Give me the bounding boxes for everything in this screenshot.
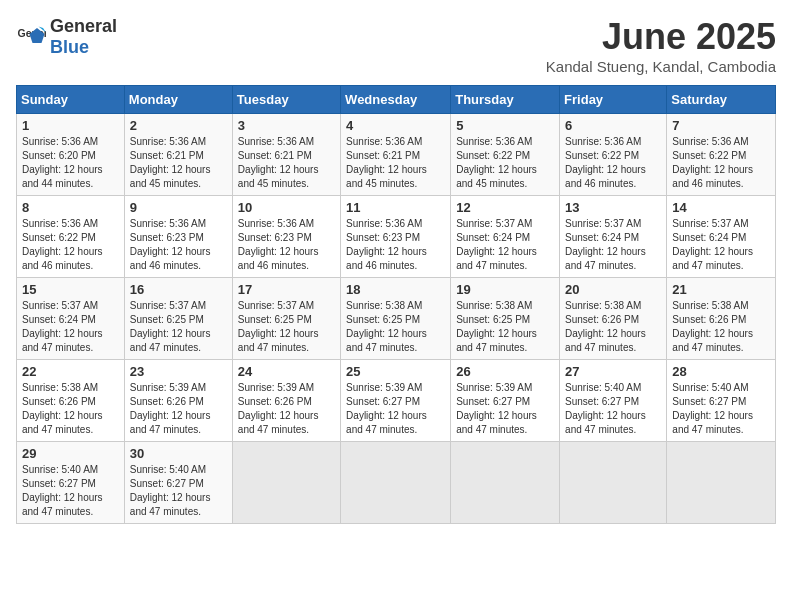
calendar-cell: 23 Sunrise: 5:39 AM Sunset: 6:26 PM Dayl…: [124, 360, 232, 442]
calendar-cell: 28 Sunrise: 5:40 AM Sunset: 6:27 PM Dayl…: [667, 360, 776, 442]
calendar-cell: 29 Sunrise: 5:40 AM Sunset: 6:27 PM Dayl…: [17, 442, 125, 524]
day-info: Sunrise: 5:40 AM Sunset: 6:27 PM Dayligh…: [565, 381, 661, 437]
day-number: 17: [238, 282, 335, 297]
calendar-cell: 6 Sunrise: 5:36 AM Sunset: 6:22 PM Dayli…: [560, 114, 667, 196]
day-number: 1: [22, 118, 119, 133]
calendar-table: SundayMondayTuesdayWednesdayThursdayFrid…: [16, 85, 776, 524]
logo-general: General: [50, 16, 117, 36]
day-number: 12: [456, 200, 554, 215]
day-number: 6: [565, 118, 661, 133]
calendar-cell: 2 Sunrise: 5:36 AM Sunset: 6:21 PM Dayli…: [124, 114, 232, 196]
month-year-title: June 2025: [546, 16, 776, 58]
calendar-cell: 11 Sunrise: 5:36 AM Sunset: 6:23 PM Dayl…: [341, 196, 451, 278]
day-number: 21: [672, 282, 770, 297]
day-info: Sunrise: 5:40 AM Sunset: 6:27 PM Dayligh…: [672, 381, 770, 437]
title-block: June 2025 Kandal Stueng, Kandal, Cambodi…: [546, 16, 776, 75]
calendar-cell: 26 Sunrise: 5:39 AM Sunset: 6:27 PM Dayl…: [451, 360, 560, 442]
calendar-week-row: 22 Sunrise: 5:38 AM Sunset: 6:26 PM Dayl…: [17, 360, 776, 442]
calendar-week-row: 8 Sunrise: 5:36 AM Sunset: 6:22 PM Dayli…: [17, 196, 776, 278]
day-info: Sunrise: 5:39 AM Sunset: 6:27 PM Dayligh…: [456, 381, 554, 437]
day-number: 25: [346, 364, 445, 379]
day-number: 27: [565, 364, 661, 379]
calendar-cell: 21 Sunrise: 5:38 AM Sunset: 6:26 PM Dayl…: [667, 278, 776, 360]
day-number: 4: [346, 118, 445, 133]
day-number: 18: [346, 282, 445, 297]
day-number: 13: [565, 200, 661, 215]
day-number: 23: [130, 364, 227, 379]
calendar-week-row: 15 Sunrise: 5:37 AM Sunset: 6:24 PM Dayl…: [17, 278, 776, 360]
day-number: 9: [130, 200, 227, 215]
day-info: Sunrise: 5:39 AM Sunset: 6:26 PM Dayligh…: [130, 381, 227, 437]
day-info: Sunrise: 5:36 AM Sunset: 6:21 PM Dayligh…: [346, 135, 445, 191]
calendar-cell: 5 Sunrise: 5:36 AM Sunset: 6:22 PM Dayli…: [451, 114, 560, 196]
day-number: 26: [456, 364, 554, 379]
day-number: 2: [130, 118, 227, 133]
calendar-cell: [451, 442, 560, 524]
day-number: 7: [672, 118, 770, 133]
day-info: Sunrise: 5:36 AM Sunset: 6:23 PM Dayligh…: [130, 217, 227, 273]
logo-icon: General: [16, 22, 46, 52]
day-number: 19: [456, 282, 554, 297]
calendar-header-row: SundayMondayTuesdayWednesdayThursdayFrid…: [17, 86, 776, 114]
day-info: Sunrise: 5:36 AM Sunset: 6:23 PM Dayligh…: [346, 217, 445, 273]
day-number: 5: [456, 118, 554, 133]
day-info: Sunrise: 5:38 AM Sunset: 6:26 PM Dayligh…: [565, 299, 661, 355]
day-info: Sunrise: 5:36 AM Sunset: 6:21 PM Dayligh…: [130, 135, 227, 191]
calendar-cell: 8 Sunrise: 5:36 AM Sunset: 6:22 PM Dayli…: [17, 196, 125, 278]
logo-text: General Blue: [50, 16, 117, 58]
calendar-cell: 1 Sunrise: 5:36 AM Sunset: 6:20 PM Dayli…: [17, 114, 125, 196]
calendar-cell: 27 Sunrise: 5:40 AM Sunset: 6:27 PM Dayl…: [560, 360, 667, 442]
calendar-cell: [560, 442, 667, 524]
calendar-cell: 30 Sunrise: 5:40 AM Sunset: 6:27 PM Dayl…: [124, 442, 232, 524]
day-info: Sunrise: 5:36 AM Sunset: 6:22 PM Dayligh…: [22, 217, 119, 273]
day-number: 3: [238, 118, 335, 133]
logo-blue: Blue: [50, 37, 89, 57]
calendar-week-row: 29 Sunrise: 5:40 AM Sunset: 6:27 PM Dayl…: [17, 442, 776, 524]
calendar-cell: 25 Sunrise: 5:39 AM Sunset: 6:27 PM Dayl…: [341, 360, 451, 442]
calendar-cell: 17 Sunrise: 5:37 AM Sunset: 6:25 PM Dayl…: [232, 278, 340, 360]
weekday-header-thursday: Thursday: [451, 86, 560, 114]
calendar-cell: 14 Sunrise: 5:37 AM Sunset: 6:24 PM Dayl…: [667, 196, 776, 278]
calendar-cell: 9 Sunrise: 5:36 AM Sunset: 6:23 PM Dayli…: [124, 196, 232, 278]
weekday-header-saturday: Saturday: [667, 86, 776, 114]
day-number: 30: [130, 446, 227, 461]
calendar-cell: 24 Sunrise: 5:39 AM Sunset: 6:26 PM Dayl…: [232, 360, 340, 442]
day-info: Sunrise: 5:39 AM Sunset: 6:26 PM Dayligh…: [238, 381, 335, 437]
calendar-week-row: 1 Sunrise: 5:36 AM Sunset: 6:20 PM Dayli…: [17, 114, 776, 196]
calendar-cell: [341, 442, 451, 524]
calendar-cell: [667, 442, 776, 524]
day-number: 11: [346, 200, 445, 215]
day-number: 29: [22, 446, 119, 461]
weekday-header-wednesday: Wednesday: [341, 86, 451, 114]
day-info: Sunrise: 5:38 AM Sunset: 6:25 PM Dayligh…: [456, 299, 554, 355]
page-header: General General Blue June 2025 Kandal St…: [16, 16, 776, 75]
calendar-cell: 22 Sunrise: 5:38 AM Sunset: 6:26 PM Dayl…: [17, 360, 125, 442]
day-info: Sunrise: 5:36 AM Sunset: 6:21 PM Dayligh…: [238, 135, 335, 191]
weekday-header-sunday: Sunday: [17, 86, 125, 114]
day-info: Sunrise: 5:40 AM Sunset: 6:27 PM Dayligh…: [130, 463, 227, 519]
calendar-cell: 13 Sunrise: 5:37 AM Sunset: 6:24 PM Dayl…: [560, 196, 667, 278]
calendar-cell: 7 Sunrise: 5:36 AM Sunset: 6:22 PM Dayli…: [667, 114, 776, 196]
day-info: Sunrise: 5:39 AM Sunset: 6:27 PM Dayligh…: [346, 381, 445, 437]
weekday-header-tuesday: Tuesday: [232, 86, 340, 114]
calendar-cell: 4 Sunrise: 5:36 AM Sunset: 6:21 PM Dayli…: [341, 114, 451, 196]
day-info: Sunrise: 5:36 AM Sunset: 6:22 PM Dayligh…: [565, 135, 661, 191]
calendar-cell: 12 Sunrise: 5:37 AM Sunset: 6:24 PM Dayl…: [451, 196, 560, 278]
calendar-cell: 15 Sunrise: 5:37 AM Sunset: 6:24 PM Dayl…: [17, 278, 125, 360]
calendar-cell: 18 Sunrise: 5:38 AM Sunset: 6:25 PM Dayl…: [341, 278, 451, 360]
calendar-cell: 20 Sunrise: 5:38 AM Sunset: 6:26 PM Dayl…: [560, 278, 667, 360]
day-info: Sunrise: 5:37 AM Sunset: 6:24 PM Dayligh…: [456, 217, 554, 273]
calendar-cell: 10 Sunrise: 5:36 AM Sunset: 6:23 PM Dayl…: [232, 196, 340, 278]
day-number: 28: [672, 364, 770, 379]
day-number: 22: [22, 364, 119, 379]
day-info: Sunrise: 5:37 AM Sunset: 6:25 PM Dayligh…: [130, 299, 227, 355]
weekday-header-monday: Monday: [124, 86, 232, 114]
day-info: Sunrise: 5:36 AM Sunset: 6:20 PM Dayligh…: [22, 135, 119, 191]
day-number: 8: [22, 200, 119, 215]
day-info: Sunrise: 5:38 AM Sunset: 6:26 PM Dayligh…: [672, 299, 770, 355]
logo: General General Blue: [16, 16, 117, 58]
day-info: Sunrise: 5:36 AM Sunset: 6:22 PM Dayligh…: [672, 135, 770, 191]
location-subtitle: Kandal Stueng, Kandal, Cambodia: [546, 58, 776, 75]
day-number: 24: [238, 364, 335, 379]
day-info: Sunrise: 5:40 AM Sunset: 6:27 PM Dayligh…: [22, 463, 119, 519]
